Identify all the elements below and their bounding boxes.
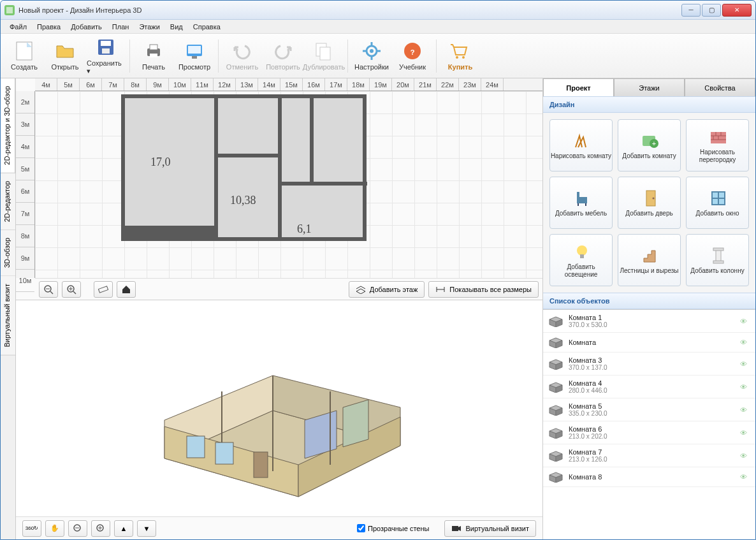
svg-rect-75 <box>716 249 721 262</box>
tab-project[interactable]: Проект <box>543 78 614 96</box>
object-item[interactable]: Комната 1370.0 x 530.0👁 <box>543 310 755 333</box>
maximize-button[interactable]: ▢ <box>702 4 721 17</box>
svg-rect-53 <box>452 526 458 531</box>
buy-button[interactable]: Купить <box>440 36 480 76</box>
box-icon <box>548 404 563 416</box>
object-item[interactable]: Комната 7213.0 x 126.0👁 <box>543 444 755 467</box>
object-item[interactable]: Комната 3370.0 x 137.0👁 <box>543 353 755 376</box>
close-button[interactable]: ✕ <box>722 4 752 17</box>
right-panel-tabs: ПроектЭтажиСвойства <box>543 78 755 96</box>
bricks-icon <box>708 127 727 146</box>
zoom-out-3d-button[interactable] <box>68 520 87 537</box>
pan-button[interactable]: ✋ <box>45 520 64 537</box>
visibility-icon[interactable]: 👁 <box>740 429 750 437</box>
model-3d[interactable] <box>126 331 432 509</box>
svg-point-69 <box>652 198 654 200</box>
duplicate-button: Дублировать <box>304 36 344 76</box>
floor-plan[interactable]: 17,0 10,38 6,1 <box>121 94 367 241</box>
stairs-icon <box>640 245 659 265</box>
ruler-vertical: 2м3м4м5м6м7м8м9м10м <box>16 91 35 278</box>
tab-props[interactable]: Свойства <box>685 78 755 96</box>
add-window-button[interactable]: Добавить окно <box>686 177 749 229</box>
window-title: Новый проект - Дизайн Интерьера 3D <box>18 6 142 14</box>
draw-partition-button[interactable]: Нарисовать перегородку <box>686 119 749 171</box>
menu-Этажи[interactable]: Этажи <box>135 22 163 32</box>
visibility-icon[interactable]: 👁 <box>740 406 750 414</box>
side-tab-2d[interactable]: 2D-редактор <box>1 173 15 230</box>
zoom-in-button[interactable] <box>62 281 81 298</box>
draw-room-button[interactable]: Нарисовать комнату <box>549 119 613 171</box>
objects-section-header: Список объектов <box>543 293 755 309</box>
object-item[interactable]: Комната 8👁 <box>543 467 755 487</box>
view-2d[interactable]: 4м5м6м7м8м9м10м11м12м13м14м15м16м17м18м1… <box>16 78 542 300</box>
help-button[interactable]: ?Учебник <box>393 36 432 76</box>
svg-rect-13 <box>320 47 330 60</box>
stairs-button[interactable]: Лестницы и вырезы <box>618 234 681 286</box>
svg-rect-1 <box>6 7 13 13</box>
redo-button: Повторить <box>263 36 303 76</box>
print-button[interactable]: Печать <box>134 36 173 76</box>
svg-rect-8 <box>150 54 157 57</box>
menu-Файл[interactable]: Файл <box>6 22 31 32</box>
side-tabs: 2D-редактор и 3D-обзор2D-редактор3D-обзо… <box>1 78 16 539</box>
ruler-button[interactable] <box>94 281 113 298</box>
view-3d[interactable]: 360↻ ✋ ▲ ▼ Прозрачные стены Виртуальный … <box>16 300 542 539</box>
tilt-down-button[interactable]: ▼ <box>137 520 156 537</box>
svg-rect-10 <box>188 46 201 54</box>
menu-Правка[interactable]: Правка <box>33 22 64 32</box>
side-tab-2d3d[interactable]: 2D-редактор и 3D-обзор <box>1 78 15 173</box>
virtual-visit-button[interactable]: Виртуальный визит <box>444 520 536 537</box>
svg-rect-65 <box>577 192 579 198</box>
add-furniture-button[interactable]: Добавить мебель <box>549 177 613 229</box>
object-item[interactable]: Комната 6213.0 x 202.0👁 <box>543 421 755 444</box>
right-panel: ПроектЭтажиСвойства Дизайн Нарисовать ко… <box>542 78 755 539</box>
svg-line-28 <box>73 291 76 294</box>
object-item[interactable]: Комната👁 <box>543 333 755 353</box>
menu-Вид[interactable]: Вид <box>166 22 187 32</box>
svg-rect-2 <box>17 42 32 60</box>
preview-button[interactable]: Просмотр <box>175 36 214 76</box>
save-button[interactable]: Сохранить ▾ <box>86 36 126 76</box>
visibility-icon[interactable]: 👁 <box>740 339 750 346</box>
svg-rect-74 <box>580 254 584 258</box>
menu-Справка[interactable]: Справка <box>189 22 224 32</box>
undo-icon <box>232 41 252 61</box>
svg-rect-5 <box>102 48 110 54</box>
visibility-icon[interactable]: 👁 <box>740 473 750 481</box>
add-floor-button[interactable]: Добавить этаж <box>349 281 425 298</box>
side-tab-3d[interactable]: 3D-обзор <box>1 230 15 276</box>
side-tab-walk[interactable]: Виртуальный визит <box>1 276 15 356</box>
add-room-button[interactable]: +Добавить комнату <box>618 119 681 171</box>
svg-rect-41 <box>215 442 233 464</box>
object-item[interactable]: Комната 4280.0 x 446.0👁 <box>543 376 755 398</box>
rotate-360-button[interactable]: 360↻ <box>22 520 41 537</box>
tab-floors[interactable]: Этажи <box>614 78 685 96</box>
home-button[interactable] <box>117 281 136 298</box>
open-button[interactable]: Открыть <box>45 36 85 76</box>
svg-rect-11 <box>192 56 197 59</box>
zoom-in-3d-button[interactable] <box>91 520 110 537</box>
object-list: Комната 1370.0 x 530.0👁Комната👁Комната 3… <box>543 309 755 539</box>
visibility-icon[interactable]: 👁 <box>740 317 750 325</box>
settings-button[interactable]: Настройки <box>352 36 391 76</box>
create-button[interactable]: Создать <box>4 36 44 76</box>
svg-rect-31 <box>98 286 108 292</box>
transparent-walls-checkbox[interactable]: Прозрачные стены <box>357 524 429 532</box>
menu-План[interactable]: План <box>108 22 133 32</box>
object-item[interactable]: Комната 5335.0 x 230.0👁 <box>543 398 755 421</box>
tilt-up-button[interactable]: ▲ <box>114 520 133 537</box>
zoom-out-button[interactable] <box>39 281 58 298</box>
svg-point-73 <box>577 245 587 256</box>
minimize-button[interactable]: ─ <box>681 4 701 17</box>
add-column-button[interactable]: Добавить колонну <box>686 234 749 286</box>
visibility-icon[interactable]: 👁 <box>740 452 750 460</box>
add-door-button[interactable]: Добавить дверь <box>618 177 681 229</box>
menu-Добавить[interactable]: Добавить <box>67 22 106 32</box>
svg-rect-40 <box>187 436 205 458</box>
canvas-grid[interactable]: 17,0 10,38 6,1 <box>35 91 542 278</box>
svg-rect-77 <box>713 261 723 263</box>
visibility-icon[interactable]: 👁 <box>740 383 750 391</box>
add-light-button[interactable]: Добавить освещение <box>549 234 613 286</box>
show-dimensions-button[interactable]: Показывать все размеры <box>428 281 539 298</box>
visibility-icon[interactable]: 👁 <box>740 360 750 368</box>
